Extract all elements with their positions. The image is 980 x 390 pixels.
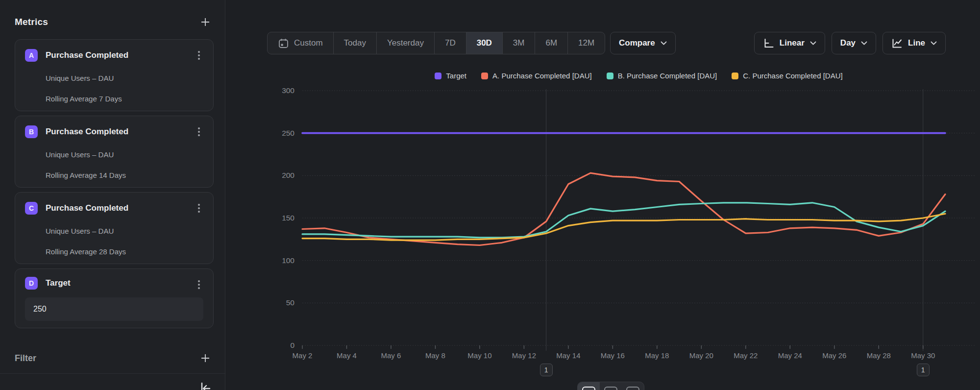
target-value-input[interactable]: 250 [25,297,203,321]
table-view-icon [626,387,639,390]
metric-measure: Unique Users – DAU [46,74,203,82]
metric-menu-button[interactable] [193,202,205,215]
line-chart[interactable]: 050100150200250300May 2May 4May 6May 8Ma… [225,0,980,390]
chart-panel: CustomTodayYesterday7D30D3M6M12M Compare… [225,0,980,390]
sidebar-divider [0,373,225,374]
metric-card-list: A Purchase Completed Unique Users – DAU … [15,39,214,264]
view-toggle [577,382,644,390]
metric-badge: C [25,202,38,215]
metric-badge: A [25,49,38,62]
target-menu-button[interactable] [193,278,205,291]
target-card[interactable]: D Target 250 [15,268,214,328]
plus-icon [200,353,211,364]
metric-transform: Rolling Average 14 Days [46,171,203,179]
filter-title: Filter [15,353,36,364]
table-view-toggle-button[interactable] [622,382,644,390]
svg-text:100: 100 [282,256,294,265]
svg-text:200: 200 [282,171,294,179]
target-badge: D [25,277,38,290]
filter-section: Filter [15,353,214,364]
metric-menu-button[interactable] [193,125,205,138]
target-title: Target [46,278,71,288]
svg-text:May 10: May 10 [467,351,491,360]
svg-text:0: 0 [290,341,294,349]
svg-text:May 4: May 4 [337,351,357,360]
metrics-title: Metrics [15,17,48,27]
metric-menu-button[interactable] [193,49,205,62]
svg-text:May 14: May 14 [556,351,580,360]
svg-text:May 8: May 8 [425,351,445,360]
metric-title: Purchase Completed [46,50,128,60]
svg-text:May 30: May 30 [911,351,935,360]
metric-transform: Rolling Average 28 Days [46,247,203,256]
metric-card[interactable]: C Purchase Completed Unique Users – DAU … [15,192,214,264]
metric-card[interactable]: B Purchase Completed Unique Users – DAU … [15,116,214,188]
collapse-sidebar-button[interactable] [197,381,212,390]
svg-text:300: 300 [282,86,294,95]
metric-transform: Rolling Average 7 Days [46,95,203,103]
metrics-sidebar: Metrics A Purchase Completed Unique User… [0,0,225,390]
metric-card[interactable]: A Purchase Completed Unique Users – DAU … [15,39,214,111]
svg-text:May 18: May 18 [645,351,669,360]
metric-measure: Unique Users – DAU [46,150,203,159]
metric-measure: Unique Users – DAU [46,227,203,235]
series-line [302,173,945,245]
svg-text:May 2: May 2 [293,351,313,360]
metric-badge: B [25,125,38,138]
svg-text:May 16: May 16 [601,351,625,360]
panel-view-toggle-button[interactable] [600,382,622,390]
metric-title: Purchase Completed [46,203,128,213]
add-metric-button[interactable] [200,17,211,27]
svg-text:250: 250 [282,129,294,137]
svg-text:May 22: May 22 [734,351,758,360]
metric-title: Purchase Completed [46,127,128,137]
annotation-badge[interactable]: 1 [917,364,930,376]
svg-text:May 12: May 12 [512,351,536,360]
chart-view-toggle-button[interactable] [578,382,600,390]
annotation-badge[interactable]: 1 [540,364,553,376]
add-filter-button[interactable] [200,353,211,364]
svg-text:May 6: May 6 [381,351,401,360]
svg-text:May 24: May 24 [778,351,802,360]
svg-text:May 20: May 20 [689,351,713,360]
panel-view-icon [604,387,617,390]
svg-text:50: 50 [286,298,295,307]
svg-text:May 26: May 26 [822,351,846,360]
analytics-dashboard: { "sidebar": { "title": "Metrics", "metr… [0,0,980,390]
plus-icon [200,17,211,27]
metrics-header: Metrics [15,13,214,31]
svg-text:150: 150 [282,214,294,222]
chart-view-icon [582,387,595,390]
svg-text:May 28: May 28 [867,351,891,360]
collapse-left-icon [197,381,212,390]
